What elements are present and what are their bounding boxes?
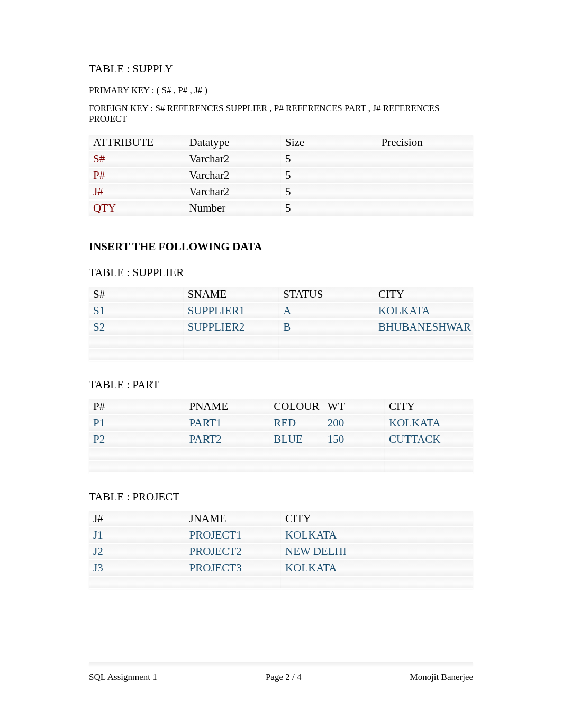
table-row: S# SNAME STATUS CITY bbox=[89, 287, 473, 303]
cell: J# bbox=[89, 184, 185, 200]
cell bbox=[377, 151, 474, 167]
cell: J2 bbox=[89, 543, 185, 560]
table-row: QTY Number 5 bbox=[89, 200, 473, 216]
project-table-title: TABLE : PROJECT bbox=[89, 490, 473, 504]
col-header: S# bbox=[89, 287, 184, 303]
cell: SUPPLIER1 bbox=[184, 303, 279, 319]
col-header: COLOUR bbox=[269, 399, 323, 415]
cell: KOLKATA bbox=[281, 527, 473, 543]
cell: P1 bbox=[89, 415, 185, 431]
cell: CUTTACK bbox=[385, 431, 473, 448]
col-header: PNAME bbox=[185, 399, 270, 415]
cell: Number bbox=[185, 200, 282, 216]
insert-heading: INSERT THE FOLLOWING DATA bbox=[89, 240, 473, 253]
cell: PROJECT1 bbox=[185, 527, 282, 543]
cell: S2 bbox=[89, 319, 184, 335]
supplier-table-title: TABLE : SUPPLIER bbox=[89, 266, 473, 279]
cell: BLUE bbox=[269, 431, 323, 448]
table-row: S1 SUPPLIER1 A KOLKATA bbox=[89, 303, 473, 319]
cell: PROJECT3 bbox=[185, 560, 282, 576]
col-header: CITY bbox=[385, 399, 473, 415]
col-header: CITY bbox=[281, 511, 473, 527]
table-row bbox=[89, 348, 473, 361]
table-row: J3 PROJECT3 KOLKATA bbox=[89, 560, 473, 576]
cell: 200 bbox=[323, 415, 385, 431]
col-header: STATUS bbox=[279, 287, 374, 303]
col-header: WT bbox=[323, 399, 385, 415]
cell: KOLKATA bbox=[385, 415, 473, 431]
cell: J1 bbox=[89, 527, 185, 543]
table-row: P2 PART2 BLUE 150 CUTTACK bbox=[89, 431, 473, 448]
cell bbox=[377, 200, 474, 216]
col-header: Size bbox=[281, 135, 377, 151]
cell: SUPPLIER2 bbox=[184, 319, 279, 335]
table-row bbox=[89, 335, 473, 348]
cell: Varchar2 bbox=[185, 167, 282, 184]
table-row: J# Varchar2 5 bbox=[89, 184, 473, 200]
cell: 150 bbox=[323, 431, 385, 448]
cell: NEW DELHI bbox=[281, 543, 473, 560]
page-footer: SQL Assignment 1 Page 2 / 4 Monojit Bane… bbox=[89, 672, 473, 683]
part-table: P# PNAME COLOUR WT CITY P1 PART1 RED 200… bbox=[89, 399, 473, 474]
cell: 5 bbox=[281, 200, 377, 216]
table-row bbox=[89, 576, 473, 589]
cell: S# bbox=[89, 151, 185, 167]
col-header: Datatype bbox=[185, 135, 282, 151]
cell: 5 bbox=[281, 184, 377, 200]
cell: B bbox=[279, 319, 374, 335]
col-header: J# bbox=[89, 511, 185, 527]
supply-table-title: TABLE : SUPPLY bbox=[89, 62, 473, 76]
table-row: S2 SUPPLIER2 B BHUBANESHWAR bbox=[89, 319, 473, 335]
table-row: J1 PROJECT1 KOLKATA bbox=[89, 527, 473, 543]
table-row: P# PNAME COLOUR WT CITY bbox=[89, 399, 473, 415]
col-header: ATTRIBUTE bbox=[89, 135, 185, 151]
cell bbox=[377, 167, 474, 184]
cell: S1 bbox=[89, 303, 184, 319]
cell: J3 bbox=[89, 560, 185, 576]
table-row: ATTRIBUTE Datatype Size Precision bbox=[89, 135, 473, 151]
table-row bbox=[89, 460, 473, 473]
cell: P2 bbox=[89, 431, 185, 448]
part-table-title: TABLE : PART bbox=[89, 378, 473, 392]
table-row: J# JNAME CITY bbox=[89, 511, 473, 527]
table-row bbox=[89, 448, 473, 460]
supply-primary-key: PRIMARY KEY : ( S# , P# , J# ) bbox=[89, 85, 473, 96]
cell: RED bbox=[269, 415, 323, 431]
footer-center: Page 2 / 4 bbox=[266, 672, 302, 683]
footer-left: SQL Assignment 1 bbox=[89, 672, 157, 683]
col-header: JNAME bbox=[185, 511, 282, 527]
cell: QTY bbox=[89, 200, 185, 216]
cell: KOLKATA bbox=[281, 560, 473, 576]
cell: PART2 bbox=[185, 431, 270, 448]
cell: 5 bbox=[281, 151, 377, 167]
footer-right: Monojit Banerjee bbox=[410, 672, 473, 683]
supply-foreign-key: FOREIGN KEY : S# REFERENCES SUPPLIER , P… bbox=[89, 103, 473, 124]
cell: BHUBANESHWAR bbox=[374, 319, 473, 335]
cell: PART1 bbox=[185, 415, 270, 431]
table-row: P1 PART1 RED 200 KOLKATA bbox=[89, 415, 473, 431]
cell: 5 bbox=[281, 167, 377, 184]
cell: KOLKATA bbox=[374, 303, 473, 319]
cell: A bbox=[279, 303, 374, 319]
table-row: P# Varchar2 5 bbox=[89, 167, 473, 184]
col-header: CITY bbox=[374, 287, 473, 303]
table-row: S# Varchar2 5 bbox=[89, 151, 473, 167]
table-row: J2 PROJECT2 NEW DELHI bbox=[89, 543, 473, 560]
cell: PROJECT2 bbox=[185, 543, 282, 560]
footer-divider bbox=[89, 662, 473, 666]
cell bbox=[377, 184, 474, 200]
supplier-table: S# SNAME STATUS CITY S1 SUPPLIER1 A KOLK… bbox=[89, 287, 473, 361]
supply-table: ATTRIBUTE Datatype Size Precision S# Var… bbox=[89, 135, 473, 217]
col-header: SNAME bbox=[184, 287, 279, 303]
cell: P# bbox=[89, 167, 185, 184]
cell: Varchar2 bbox=[185, 184, 282, 200]
cell: Varchar2 bbox=[185, 151, 282, 167]
col-header: Precision bbox=[377, 135, 474, 151]
col-header: P# bbox=[89, 399, 185, 415]
project-table: J# JNAME CITY J1 PROJECT1 KOLKATA J2 PRO… bbox=[89, 511, 473, 589]
